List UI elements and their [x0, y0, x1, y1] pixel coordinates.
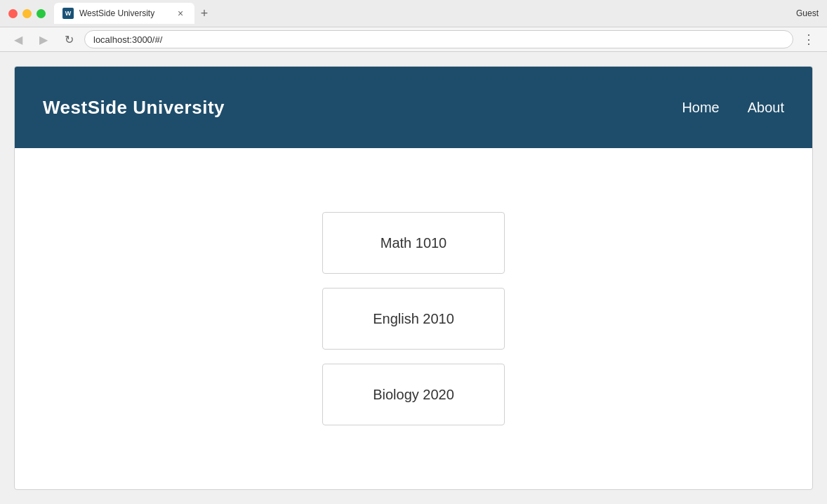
- course-card-english[interactable]: English 2010: [322, 288, 505, 350]
- close-button[interactable]: [8, 9, 18, 18]
- new-tab-button[interactable]: +: [194, 4, 214, 23]
- forward-button[interactable]: ▶: [34, 29, 53, 49]
- website-viewport: WestSide University Home About Math 1010…: [0, 52, 827, 504]
- address-bar[interactable]: [84, 30, 793, 48]
- minimize-button[interactable]: [22, 9, 32, 18]
- site-logo: WestSide University: [43, 97, 225, 119]
- course-name-biology: Biology 2020: [373, 387, 454, 403]
- close-icon: ×: [178, 8, 183, 19]
- course-card-biology[interactable]: Biology 2020: [322, 364, 505, 425]
- back-button[interactable]: ◀: [8, 29, 28, 49]
- nav-link-about[interactable]: About: [748, 100, 784, 116]
- tab-favicon: W: [62, 8, 74, 19]
- course-name-english: English 2010: [373, 311, 454, 327]
- new-tab-icon: +: [201, 6, 209, 21]
- menu-icon: ⋮: [802, 32, 815, 47]
- course-card-math[interactable]: Math 1010: [322, 212, 505, 274]
- tab-close-button[interactable]: ×: [175, 8, 186, 19]
- back-icon: ◀: [14, 33, 22, 46]
- site-main: Math 1010 English 2010 Biology 2020: [15, 148, 812, 489]
- browser-chrome: W WestSide University × + Guest ◀ ▶ ↻ ⋮: [0, 0, 827, 52]
- reload-button[interactable]: ↻: [59, 29, 79, 49]
- browser-menu-button[interactable]: ⋮: [799, 29, 819, 49]
- nav-link-home[interactable]: Home: [682, 100, 719, 116]
- browser-toolbar: ◀ ▶ ↻ ⋮: [0, 27, 827, 52]
- reload-icon: ↻: [65, 33, 74, 46]
- maximize-button[interactable]: [37, 9, 46, 18]
- window-controls: [8, 9, 46, 18]
- browser-titlebar: W WestSide University × + Guest: [0, 0, 827, 27]
- forward-icon: ▶: [39, 33, 48, 46]
- browser-user: Guest: [796, 8, 819, 18]
- site-nav: WestSide University Home About: [15, 67, 812, 148]
- site-container: WestSide University Home About Math 1010…: [14, 66, 813, 490]
- nav-links: Home About: [682, 100, 784, 116]
- browser-tab[interactable]: W WestSide University ×: [54, 3, 194, 24]
- course-name-math: Math 1010: [381, 235, 447, 251]
- favicon-letter: W: [65, 10, 72, 17]
- tab-title: WestSide University: [79, 8, 154, 18]
